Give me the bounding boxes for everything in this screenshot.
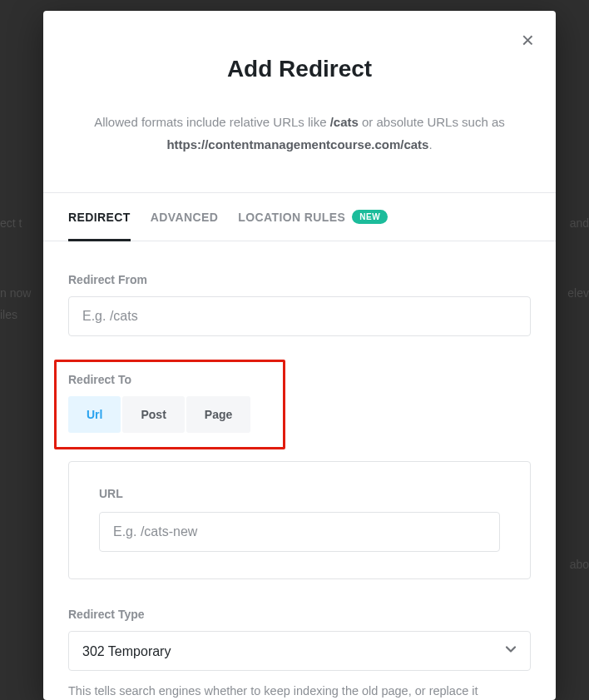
bg-text: and [570,216,589,230]
label-redirect-from: Redirect From [68,273,531,286]
desc-bold: /cats [330,115,359,129]
label-url: URL [99,487,500,500]
url-input[interactable] [99,512,500,552]
new-badge: NEW [352,210,388,224]
tab-redirect[interactable]: REDIRECT [68,193,131,241]
tab-advanced[interactable]: ADVANCED [151,193,219,241]
add-redirect-modal: × Add Redirect Allowed formats include r… [43,11,556,700]
label-redirect-to: Redirect To [68,373,271,386]
tab-label: LOCATION RULES [238,211,345,224]
close-button[interactable]: × [522,29,534,51]
redirect-to-highlight: Redirect To Url Post Page [54,360,285,449]
desc-bold: https://contentmanagementcourse.com/cats [166,137,428,151]
seg-url[interactable]: Url [68,396,121,433]
url-subpanel: URL [68,461,531,579]
tab-location-rules[interactable]: LOCATION RULES NEW [238,193,388,241]
redirect-type-select[interactable]: 302 Temporary [68,631,531,671]
field-redirect-from: Redirect From [68,273,531,336]
redirect-type-helper: This tells search engines whether to kee… [68,681,531,700]
desc-text: or absolute URLs such as [359,115,505,129]
bg-text: ect t [0,216,22,230]
seg-page[interactable]: Page [186,396,250,433]
desc-text: . [428,137,432,151]
select-wrap: 302 Temporary [68,631,531,671]
bg-text: n now [0,286,31,300]
modal-header: Add Redirect Allowed formats include rel… [43,11,556,156]
seg-post[interactable]: Post [122,396,184,433]
modal-body: Redirect From Redirect To Url Post Page … [43,241,556,700]
desc-text: Allowed formats include relative URLs li… [94,115,329,129]
field-redirect-type: Redirect Type 302 Temporary This tells s… [68,608,531,700]
bg-text: elev [567,286,589,300]
bg-text: abo [570,558,589,571]
modal-title: Add Redirect [77,56,522,82]
tabs: REDIRECT ADVANCED LOCATION RULES NEW [43,192,556,241]
redirect-to-segmented: Url Post Page [68,396,271,433]
bg-text: iles [0,308,17,321]
label-redirect-type: Redirect Type [68,608,531,621]
redirect-from-input[interactable] [68,296,531,336]
modal-description: Allowed formats include relative URLs li… [83,111,516,156]
